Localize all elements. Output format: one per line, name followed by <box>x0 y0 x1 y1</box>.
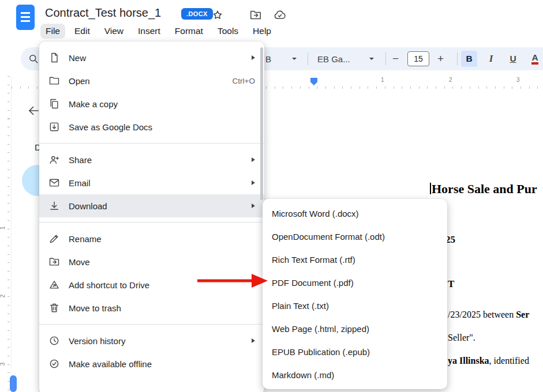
submenu-item-rich-text[interactable]: Rich Text Format (.rtf) <box>263 248 447 271</box>
font-family-dropdown[interactable]: EB Ga... <box>317 47 350 70</box>
google-docs-window: Contract_Test horse_1 .DOCX File Edit Vi… <box>0 0 543 392</box>
ruler-number: 1 <box>381 77 384 83</box>
download-submenu: Microsoft Word (.docx) OpenDocument Form… <box>263 199 447 389</box>
new-document-icon <box>48 52 60 63</box>
menu-tools[interactable]: Tools <box>212 24 244 39</box>
star-icon[interactable] <box>211 9 224 21</box>
menu-insert[interactable]: Insert <box>133 24 166 39</box>
move-folder-icon[interactable] <box>249 9 262 21</box>
menu-item-make-a-copy[interactable]: Make a copy <box>39 92 264 115</box>
ruler-number: 1 <box>0 227 6 230</box>
submenu-arrow-icon <box>252 180 255 185</box>
rename-pencil-icon <box>48 233 60 244</box>
italic-button[interactable]: I <box>483 51 499 67</box>
bold-button[interactable]: B <box>461 51 477 67</box>
toolbar-divider <box>385 52 386 65</box>
menu-divider <box>39 324 264 325</box>
chevron-down-icon <box>292 58 297 60</box>
menu-divider <box>39 222 264 223</box>
ruler-number: 2 <box>449 77 452 83</box>
file-menu: New Open Ctrl+O Make a copy Save as Goog… <box>39 42 264 392</box>
submenu-item-epub[interactable]: EPUB Publication (.epub) <box>263 340 447 363</box>
google-docs-logo-icon[interactable] <box>16 5 35 30</box>
menu-item-save-as-google-docs[interactable]: Save as Google Docs <box>39 115 264 138</box>
doc-heading-fragment: Horse Sale and Pur <box>430 182 537 197</box>
menu-item-email[interactable]: Email <box>39 171 264 194</box>
search-icon[interactable] <box>28 53 39 65</box>
menu-divider <box>39 143 264 144</box>
menu-item-new[interactable]: New <box>39 46 264 69</box>
ruler-ticks <box>8 76 10 392</box>
menu-item-download[interactable]: Download <box>39 194 264 217</box>
text-cursor <box>430 183 431 194</box>
docs-logo-lines <box>21 12 30 23</box>
submenu-item-opendocument[interactable]: OpenDocument Format (.odt) <box>263 225 447 248</box>
ruler-number: 2 <box>0 295 6 298</box>
move-folder-icon <box>48 256 60 267</box>
cloud-saved-icon[interactable] <box>274 9 286 21</box>
font-size-input[interactable]: 15 <box>407 51 429 66</box>
doc-text-fragment: /23/2025 between Ser <box>448 310 529 320</box>
submenu-item-pdf[interactable]: PDF Document (.pdf) <box>263 271 447 294</box>
share-person-add-icon <box>48 154 60 165</box>
submenu-arrow-icon <box>252 55 255 60</box>
left-scroll-accent <box>10 375 17 392</box>
doc-text-fragment: T <box>448 278 454 290</box>
decrease-font-size-button[interactable]: − <box>392 47 399 70</box>
red-arrow-annotation <box>194 270 272 292</box>
doc-text-fragment: Seller". <box>448 333 475 343</box>
copy-icon <box>48 98 60 110</box>
ruler-number: 3 <box>516 77 520 83</box>
menu-edit[interactable]: Edit <box>69 24 95 39</box>
trash-icon <box>48 302 60 314</box>
text-color-button[interactable]: A <box>527 51 543 67</box>
ruler-number: 3 <box>0 363 6 366</box>
back-arrow-button[interactable] <box>27 104 40 118</box>
menu-view[interactable]: View <box>99 24 129 39</box>
menu-item-make-available-offline[interactable]: Make available offline <box>39 352 264 375</box>
doc-text-fragment: ya Illinska, identified <box>448 356 529 366</box>
menu-item-share[interactable]: Share <box>39 148 264 171</box>
menu-bar: File Edit View Insert Format Tools Help <box>40 24 276 39</box>
menu-file[interactable]: File <box>40 24 65 39</box>
offline-check-icon <box>48 358 60 370</box>
version-history-icon <box>48 335 60 346</box>
open-folder-icon <box>48 75 60 86</box>
styles-dropdown[interactable]: B <box>265 47 271 70</box>
menu-format[interactable]: Format <box>170 24 208 39</box>
menu-scrollbar[interactable] <box>260 47 263 200</box>
toolbar-divider <box>457 52 458 65</box>
submenu-item-markdown[interactable]: Markdown (.md) <box>263 363 447 386</box>
submenu-arrow-icon <box>252 157 255 162</box>
save-google-docs-icon <box>48 121 60 133</box>
email-icon <box>48 177 60 189</box>
menu-item-rename[interactable]: Rename <box>39 227 264 250</box>
submenu-item-microsoft-word[interactable]: Microsoft Word (.docx) <box>263 202 447 225</box>
submenu-item-web-page[interactable]: Web Page (.html, zipped) <box>263 317 447 340</box>
vertical-ruler: 1 2 3 4 <box>0 76 12 392</box>
shortcut-label: Ctrl+O <box>233 77 255 85</box>
submenu-item-plain-text[interactable]: Plain Text (.txt) <box>263 294 447 317</box>
chevron-down-icon <box>369 58 374 60</box>
document-title[interactable]: Contract_Test horse_1 <box>45 6 161 20</box>
menu-item-move-to-trash[interactable]: Move to trash <box>39 296 264 319</box>
toolbar-divider <box>308 52 308 65</box>
docx-badge: .DOCX <box>181 8 213 20</box>
drive-shortcut-icon <box>48 279 60 291</box>
submenu-arrow-icon <box>252 338 255 343</box>
increase-font-size-button[interactable]: + <box>437 47 444 70</box>
menu-help[interactable]: Help <box>248 24 276 39</box>
menu-item-version-history[interactable]: Version history <box>39 329 264 352</box>
underline-button[interactable]: U <box>505 51 521 67</box>
menu-item-open[interactable]: Open Ctrl+O <box>39 69 264 92</box>
indent-marker-icon[interactable] <box>310 78 317 85</box>
submenu-arrow-icon <box>252 203 255 208</box>
download-icon <box>48 200 60 212</box>
